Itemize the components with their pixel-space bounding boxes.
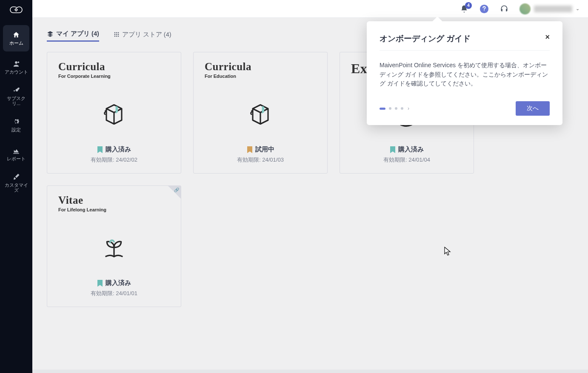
key-icon xyxy=(12,86,20,94)
nav-label: 設定 xyxy=(11,127,21,132)
step-dot xyxy=(389,107,391,110)
nav-subscription[interactable]: サブスクリ... xyxy=(3,83,29,109)
chart-icon xyxy=(12,147,20,154)
chevron-down-icon: ⌄ xyxy=(576,6,579,11)
nav-customize[interactable]: カスタマイズ xyxy=(3,170,29,196)
avatar xyxy=(519,3,531,14)
step-dot xyxy=(401,107,403,110)
logo xyxy=(8,3,25,17)
nav-label: サブスクリ... xyxy=(3,96,29,106)
close-button[interactable]: × xyxy=(545,33,550,41)
notifications-button[interactable]: 4 xyxy=(460,5,468,13)
username xyxy=(534,6,572,12)
nav-report[interactable]: レポート xyxy=(3,141,29,167)
user-menu[interactable]: ⌄ xyxy=(519,3,579,14)
onboarding-popover: オンボーディング ガイド × MaivenPoint Online Servic… xyxy=(367,21,562,125)
popover-title: オンボーディング ガイド xyxy=(380,33,471,44)
gear-icon xyxy=(12,118,20,125)
notification-badge: 4 xyxy=(465,2,472,9)
nav-account[interactable]: アカウント xyxy=(3,54,29,80)
nav-settings[interactable]: 設定 xyxy=(3,112,29,138)
nav-label: カスタマイズ xyxy=(3,182,29,193)
nav-home[interactable]: ホーム xyxy=(3,25,29,51)
popover-body: MaivenPoint Online Services を初めて使用する場合、オ… xyxy=(380,51,550,88)
popover-footer: › 次へ xyxy=(380,101,550,116)
next-button[interactable]: 次へ xyxy=(516,101,550,116)
headset-icon xyxy=(500,5,508,13)
step-dot xyxy=(395,107,397,110)
step-dot-active xyxy=(380,108,385,110)
popover-header: オンボーディング ガイド × xyxy=(380,33,550,51)
help-icon xyxy=(480,4,489,14)
nav-label: レポート xyxy=(7,156,26,161)
step-dots: › xyxy=(380,105,409,111)
users-icon xyxy=(12,60,20,68)
topbar: 4 ⌄ xyxy=(32,0,588,18)
home-icon xyxy=(12,31,20,39)
help-button[interactable] xyxy=(480,4,489,14)
nav-label: アカウント xyxy=(5,69,28,74)
sidebar: ホーム アカウント サブスクリ... 設定 レポート カスタマイズ xyxy=(0,0,32,373)
brush-icon xyxy=(12,173,20,181)
nav-label: ホーム xyxy=(9,40,23,46)
dots-next-icon[interactable]: › xyxy=(408,105,409,111)
support-button[interactable] xyxy=(500,5,508,13)
svg-point-0 xyxy=(17,61,19,63)
